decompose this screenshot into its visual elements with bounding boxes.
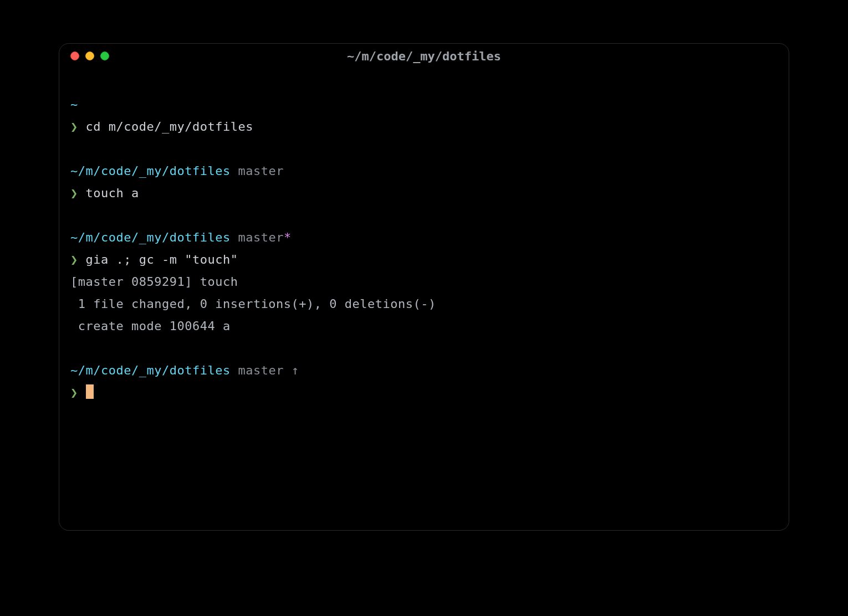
traffic-lights — [70, 52, 109, 60]
prompt-path: ~ — [70, 97, 78, 111]
prompt-path: ~/m/code/_my/dotfiles — [70, 164, 231, 178]
git-ahead-icon: ↑ — [292, 363, 299, 377]
git-branch: master — [238, 230, 283, 244]
close-icon[interactable] — [70, 52, 79, 60]
command-text: gia .; gc -m "touch" — [86, 253, 238, 266]
command-output: [master 0859291] touch — [70, 275, 238, 289]
git-dirty-indicator: * — [284, 230, 292, 244]
cursor — [86, 384, 94, 399]
command-text: touch a — [86, 186, 139, 200]
prompt-symbol: ❯ — [70, 386, 78, 399]
terminal-window: ~/m/code/_my/dotfiles ~ ❯ cd m/code/_my/… — [59, 43, 789, 531]
window-title: ~/m/code/_my/dotfiles — [59, 49, 789, 63]
terminal-body[interactable]: ~ ❯ cd m/code/_my/dotfiles ~/m/code/_my/… — [59, 68, 789, 530]
command-output: 1 file changed, 0 insertions(+), 0 delet… — [70, 297, 436, 311]
prompt-symbol: ❯ — [70, 186, 78, 200]
prompt-path: ~/m/code/_my/dotfiles — [70, 230, 231, 244]
command-output: create mode 100644 a — [70, 319, 231, 333]
git-branch: master — [238, 164, 283, 178]
git-branch: master — [238, 363, 283, 377]
minimize-icon[interactable] — [85, 52, 94, 60]
prompt-path: ~/m/code/_my/dotfiles — [70, 363, 231, 377]
title-bar: ~/m/code/_my/dotfiles — [59, 44, 789, 68]
command-text: cd m/code/_my/dotfiles — [86, 120, 253, 134]
prompt-symbol: ❯ — [70, 120, 78, 134]
maximize-icon[interactable] — [100, 52, 109, 60]
prompt-symbol: ❯ — [70, 253, 78, 266]
